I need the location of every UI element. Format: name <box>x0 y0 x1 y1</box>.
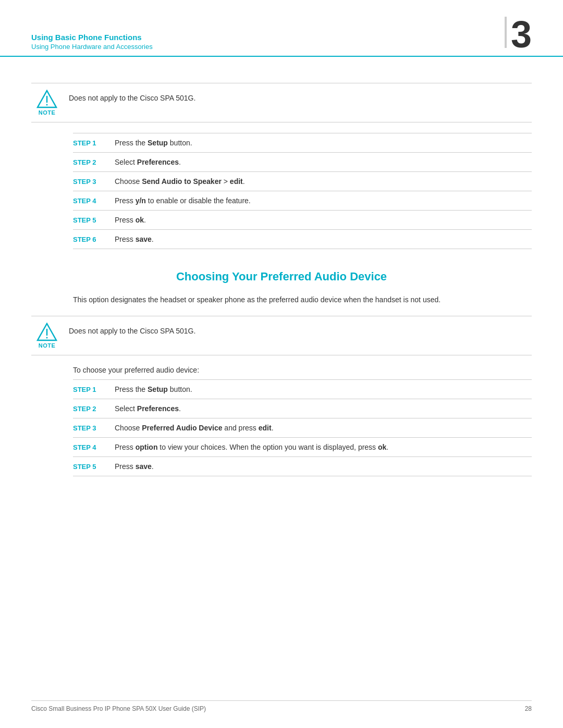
step-content-3: Choose Send Audio to Speaker > edit. <box>115 177 532 186</box>
second-note-box: NOTE Does not apply to the Cisco SPA 501… <box>31 316 532 355</box>
to-choose-text: To choose your preferred audio device: <box>73 366 490 374</box>
step2-content-1: Press the Setup button. <box>115 385 532 393</box>
section-description: This option designates the headset or sp… <box>73 294 490 305</box>
step-content-2: Select Preferences. <box>115 158 532 166</box>
step2-row-1: STEP 1 Press the Setup button. <box>73 380 532 399</box>
content-area: NOTE Does not apply to the Cisco SPA 501… <box>0 57 563 508</box>
svg-point-5 <box>46 337 48 339</box>
step2-label-2: STEP 2 <box>73 404 115 413</box>
step-content-5: Press ok. <box>115 216 532 224</box>
second-warning-triangle-icon <box>36 323 57 341</box>
step2-content-5: Press save. <box>115 462 532 471</box>
section-heading: Choosing Your Preferred Audio Device <box>31 270 532 283</box>
header-title: Using Basic Phone Functions <box>31 33 153 42</box>
header-subtitle: Using Phone Hardware and Accessories <box>31 43 153 51</box>
second-note-text: Does not apply to the Cisco SPA 501G. <box>69 323 195 335</box>
step2-row-5: STEP 5 Press save. <box>73 457 532 476</box>
step-row-4: STEP 4 Press y/n to enable or disable th… <box>73 191 532 211</box>
first-note-label: NOTE <box>39 109 56 116</box>
first-note-text: Does not apply to the Cisco SPA 501G. <box>69 90 195 102</box>
second-note-label: NOTE <box>39 342 56 349</box>
header-left: Using Basic Phone Functions Using Phone … <box>31 33 153 51</box>
step2-content-2: Select Preferences. <box>115 404 532 413</box>
page-container: Using Basic Phone Functions Using Phone … <box>0 0 563 728</box>
footer-page-number: 28 <box>525 705 532 712</box>
svg-point-2 <box>46 104 48 106</box>
step2-row-3: STEP 3 Choose Preferred Audio Device and… <box>73 418 532 438</box>
warning-triangle-icon <box>36 90 57 108</box>
page-header: Using Basic Phone Functions Using Phone … <box>0 0 563 57</box>
step2-label-5: STEP 5 <box>73 462 115 471</box>
step-label-6: STEP 6 <box>73 235 115 243</box>
second-note-icon-area: NOTE <box>31 323 63 349</box>
step2-content-4: Press option to view your choices. When … <box>115 443 532 451</box>
step-row-2: STEP 2 Select Preferences. <box>73 153 532 172</box>
step-label-2: STEP 2 <box>73 158 115 166</box>
first-note-icon-area: NOTE <box>31 90 63 116</box>
first-note-box: NOTE Does not apply to the Cisco SPA 501… <box>31 83 532 122</box>
first-step-container: STEP 1 Press the Setup button. STEP 2 Se… <box>73 133 532 249</box>
step-label-3: STEP 3 <box>73 177 115 186</box>
step-label-4: STEP 4 <box>73 196 115 205</box>
page-footer: Cisco Small Business Pro IP Phone SPA 50… <box>31 700 532 712</box>
footer-left-text: Cisco Small Business Pro IP Phone SPA 50… <box>31 705 206 712</box>
step-row-1: STEP 1 Press the Setup button. <box>73 133 532 153</box>
chapter-box: 3 <box>505 16 532 51</box>
step2-label-1: STEP 1 <box>73 385 115 393</box>
chapter-number: 3 <box>511 16 532 53</box>
step-label-5: STEP 5 <box>73 216 115 224</box>
step-content-4: Press y/n to enable or disable the featu… <box>115 196 532 205</box>
second-step-container: STEP 1 Press the Setup button. STEP 2 Se… <box>73 379 532 476</box>
step-row-5: STEP 5 Press ok. <box>73 211 532 230</box>
step2-content-3: Choose Preferred Audio Device and press … <box>115 424 532 432</box>
step-content-6: Press save. <box>115 235 532 243</box>
step2-label-4: STEP 4 <box>73 443 115 451</box>
step2-label-3: STEP 3 <box>73 424 115 432</box>
step-label-1: STEP 1 <box>73 139 115 147</box>
step-row-6: STEP 6 Press save. <box>73 230 532 249</box>
step2-row-2: STEP 2 Select Preferences. <box>73 399 532 418</box>
step-content-1: Press the Setup button. <box>115 139 532 147</box>
step-row-3: STEP 3 Choose Send Audio to Speaker > ed… <box>73 172 532 191</box>
step2-row-4: STEP 4 Press option to view your choices… <box>73 438 532 457</box>
